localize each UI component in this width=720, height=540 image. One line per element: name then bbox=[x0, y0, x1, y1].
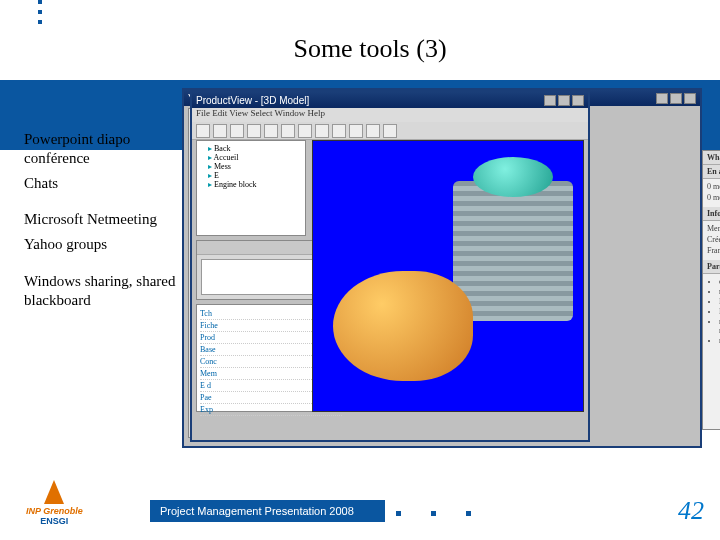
close-icon[interactable] bbox=[572, 95, 584, 106]
tool-icon[interactable] bbox=[281, 124, 295, 138]
page-number: 42 bbox=[678, 496, 704, 526]
inner-window-title: ProductView - [3D Model] bbox=[196, 95, 309, 106]
engine-block-shape bbox=[333, 271, 473, 381]
cap-shape bbox=[473, 157, 553, 197]
inner-titlebar: ProductView - [3D Model] bbox=[192, 92, 588, 108]
tool-icon[interactable] bbox=[298, 124, 312, 138]
bullet-list: Powerpoint diapo conférence Chats Micros… bbox=[24, 130, 194, 315]
tree-node[interactable]: Back bbox=[200, 144, 302, 153]
3d-viewport[interactable] bbox=[312, 140, 584, 412]
tool-icon[interactable] bbox=[247, 124, 261, 138]
logo-school: ENSGI bbox=[26, 516, 83, 526]
params-header: Paramètres généraux bbox=[703, 260, 720, 274]
logo-block: INP Grenoble ENSGI bbox=[26, 480, 83, 526]
tool-icon[interactable] bbox=[213, 124, 227, 138]
info-header: Infos groupe bbox=[703, 207, 720, 221]
right-pane-header: What Rel bbox=[703, 151, 720, 165]
decorative-dots-top bbox=[38, 0, 42, 24]
right-info-pane: What Rel En attente 0 membres en attente… bbox=[702, 150, 720, 430]
cylinder-shape bbox=[453, 181, 573, 321]
maximize-icon[interactable] bbox=[670, 93, 682, 104]
footer-text: Project Management Presentation 2008 bbox=[160, 505, 354, 517]
tree-node[interactable]: E bbox=[200, 171, 302, 180]
tool-icon[interactable] bbox=[196, 124, 210, 138]
minimize-icon[interactable] bbox=[544, 95, 556, 106]
tree-node[interactable]: Accueil bbox=[200, 153, 302, 162]
info-line: Créé le: 23 Avril 1999 bbox=[707, 235, 720, 244]
waiting-line: 0 messages attente bbox=[707, 193, 720, 202]
tool-icon[interactable] bbox=[349, 124, 363, 138]
info-line: Membres: 146 bbox=[707, 224, 720, 233]
decorative-dots-bottom bbox=[396, 511, 471, 516]
menu-bar[interactable]: File Edit View Select Window Help bbox=[192, 108, 588, 122]
outer-window: Yahoo ProductView - [3D Model] File Edit… bbox=[182, 88, 702, 448]
tool-icon[interactable] bbox=[332, 124, 346, 138]
window-buttons[interactable] bbox=[656, 93, 696, 104]
close-icon[interactable] bbox=[684, 93, 696, 104]
footer-bar: Project Management Presentation 2008 bbox=[150, 500, 385, 522]
logo-org: INP Grenoble bbox=[26, 506, 83, 516]
status-header: En attente bbox=[703, 165, 720, 179]
triangle-icon bbox=[44, 480, 64, 504]
bullet-item: Yahoo groups bbox=[24, 235, 194, 254]
tree-panel[interactable]: Back Accueil Mess E Engine block bbox=[196, 140, 306, 236]
embedded-screenshot: Yahoo ProductView - [3D Model] File Edit… bbox=[182, 88, 702, 448]
waiting-line: 0 membres en attente bbox=[707, 182, 720, 191]
info-line: Français bbox=[707, 246, 720, 255]
bullet-item: Chats bbox=[24, 174, 194, 193]
tool-icon[interactable] bbox=[230, 124, 244, 138]
maximize-icon[interactable] bbox=[558, 95, 570, 106]
tree-node[interactable]: Engine block bbox=[200, 180, 302, 189]
tree-node[interactable]: Mess bbox=[200, 162, 302, 171]
tool-icon[interactable] bbox=[264, 124, 278, 138]
bullet-item: Microsoft Netmeeting bbox=[24, 210, 194, 229]
tool-icon[interactable] bbox=[383, 124, 397, 138]
window-buttons[interactable] bbox=[544, 95, 584, 106]
minimize-icon[interactable] bbox=[656, 93, 668, 104]
slide-title: Some tools (3) bbox=[80, 30, 660, 68]
inner-window: ProductView - [3D Model] File Edit View … bbox=[190, 90, 590, 442]
bullet-item: Windows sharing, shared blackboard bbox=[24, 272, 194, 310]
tool-icon[interactable] bbox=[315, 124, 329, 138]
toolbar[interactable] bbox=[192, 122, 588, 140]
tool-icon[interactable] bbox=[366, 124, 380, 138]
bullet-item: Powerpoint diapo conférence bbox=[24, 130, 194, 168]
